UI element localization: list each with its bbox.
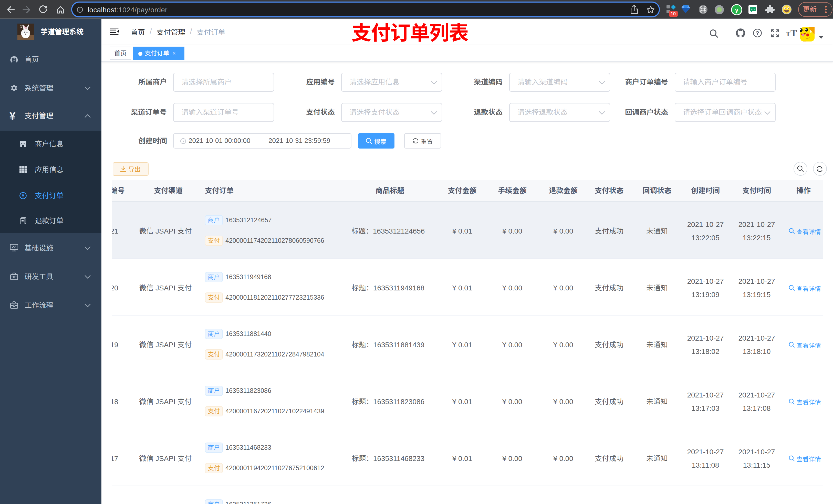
svg-text:¥: ¥ <box>22 193 25 198</box>
svg-text:y: y <box>735 6 738 13</box>
svg-text:?: ? <box>756 30 759 37</box>
